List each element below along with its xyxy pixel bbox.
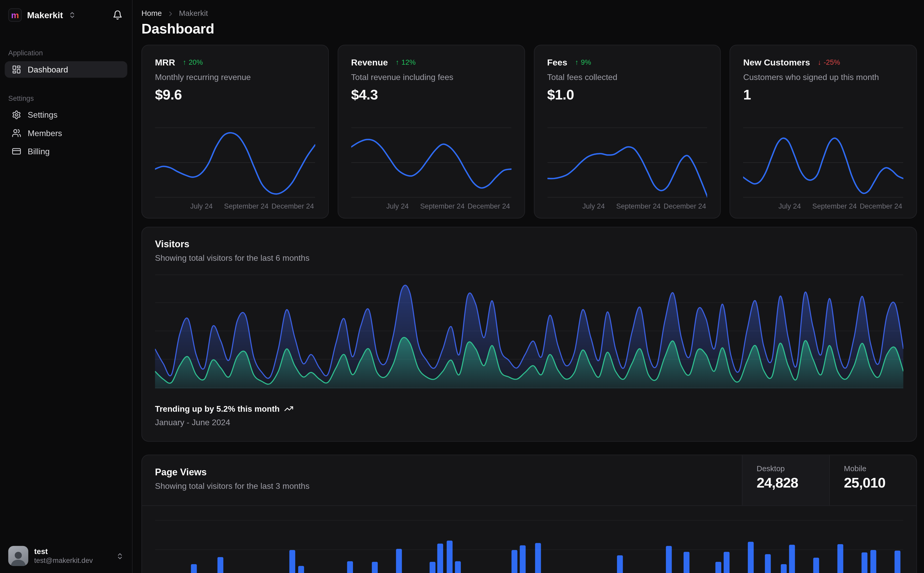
visitors-trend-text: Trending up by 5.2% this month [155,404,280,413]
workspace-selector[interactable]: m Makerkit [8,8,76,22]
sidebar-item-billing[interactable]: Billing [5,143,127,160]
page-views-bar [789,545,795,573]
user-menu[interactable]: test test@makerkit.dev [0,539,132,573]
visitors-date-range: January - June 2024 [155,417,903,427]
page-views-bar [191,564,197,573]
stat-value: 1 [744,86,904,103]
trend-badge: ↓ -25% [818,58,840,66]
trend-up-arrow-icon: ↑ [575,58,579,66]
page-views-bar [535,543,541,573]
revenue-sparkline-chart [351,127,511,198]
toggle-desktop[interactable]: Desktop 24,828 [742,456,829,506]
chevrons-up-down-icon [68,11,76,19]
user-info: test test@makerkit.dev [34,547,93,565]
page-views-bar [765,554,771,573]
page-views-bar [781,564,787,573]
chevron-right-icon [166,9,174,17]
page-views-bar [715,562,721,573]
page-views-bar [861,553,868,573]
stat-subtitle: Total fees collected [547,72,707,82]
visitors-card: Visitors Showing total visitors for the … [141,227,917,442]
x-tick: July 24 [582,202,605,210]
user-email: test@makerkit.dev [34,557,93,565]
page-views-bar [218,557,224,573]
spark-x-axis: July 24 September 24 December 24 [547,198,707,212]
page-views-card: Page Views Showing total visitors for th… [141,454,917,573]
trend-value: 12% [402,58,416,66]
new-customers-sparkline-chart [744,127,904,198]
x-tick: December 24 [467,202,510,210]
page-views-bar [838,544,843,573]
stat-title: Revenue [351,57,388,67]
stat-value: $1.0 [547,86,707,103]
toggle-mobile[interactable]: Mobile 25,010 [829,456,916,506]
sidebar-item-dashboard[interactable]: Dashboard [5,61,127,78]
page-views-bar [455,561,461,573]
page-views-bar [298,566,304,573]
trend-up-arrow-icon: ↑ [395,58,399,66]
page-title: Dashboard [141,20,917,38]
makerkit-logo-letter: m [11,11,19,19]
avatar [8,546,28,566]
page-views-toggles: Desktop 24,828 Mobile 25,010 [742,456,916,506]
sidebar-item-label: Members [28,128,62,138]
nav-section-label-settings: Settings [8,94,127,103]
x-tick: September 24 [420,202,464,210]
bell-icon [113,10,123,20]
sidebar-nav: Application Dashboard Settings Settings … [0,22,132,573]
stat-subtitle: Monthly recurring revenue [155,72,315,82]
spark-x-axis: July 24 September 24 December 24 [351,198,511,212]
sidebar-item-members[interactable]: Members [5,125,127,141]
page-views-bar [871,550,877,573]
trend-up-arrow-icon: ↑ [183,58,187,66]
users-icon [12,128,21,138]
x-tick: September 24 [224,202,268,210]
stat-card-fees: Fees ↑ 9% Total fees collected $1.0 July… [533,45,721,218]
breadcrumb-current: Makerkit [179,9,208,18]
makerkit-logo: m [8,8,22,22]
stat-card-mrr: MRR ↑ 20% Monthly recurring revenue $9.6… [141,45,328,218]
page-views-header: Page Views Showing total visitors for th… [142,456,916,506]
toggle-value: 25,010 [844,474,902,491]
nav-section-label-application: Application [8,49,127,57]
page-views-bar [430,562,436,573]
dashboard-grid-icon [12,65,21,74]
mrr-sparkline-chart [155,127,315,198]
stat-subtitle: Customers who signed up this month [744,72,904,82]
page-views-bar [617,555,623,573]
page-views-bar [447,540,453,573]
x-tick: July 24 [190,202,213,210]
toggle-value: 24,828 [757,474,815,491]
toggle-label: Desktop [757,464,815,473]
breadcrumb: Home Makerkit [141,9,917,18]
notifications-bell-button[interactable] [111,9,124,21]
sidebar-item-label: Billing [28,147,50,156]
trend-badge: ↑ 12% [395,58,416,66]
x-tick: December 24 [664,202,706,210]
page-views-bar [723,552,729,573]
visitors-subtitle: Showing total visitors for the last 6 mo… [155,253,903,263]
stat-value: $9.6 [155,86,315,103]
page-views-bar [684,552,690,573]
page-views-bar [666,546,672,573]
stat-title: Fees [547,57,567,67]
trend-value: 9% [581,58,591,66]
x-tick: July 24 [386,202,409,210]
main-content: Home Makerkit Dashboard MRR ↑ 20% Monthl… [133,0,924,573]
visitors-footer: Trending up by 5.2% this month January -… [155,404,903,427]
page-views-bar [813,558,819,573]
page-views-bar [437,544,443,573]
sidebar-item-settings[interactable]: Settings [5,106,127,123]
x-tick: July 24 [778,202,801,210]
stat-value: $4.3 [351,86,511,103]
makerkit-dashboard: m Makerkit Application Dashboard [0,0,924,573]
x-tick: September 24 [812,202,857,210]
x-tick: December 24 [271,202,314,210]
page-views-bar [347,561,353,573]
trend-badge: ↑ 20% [183,58,203,66]
user-name: test [34,547,93,556]
breadcrumb-home-link[interactable]: Home [141,9,162,18]
gear-icon [12,110,21,119]
page-views-bar [520,545,526,573]
x-tick: December 24 [860,202,902,210]
